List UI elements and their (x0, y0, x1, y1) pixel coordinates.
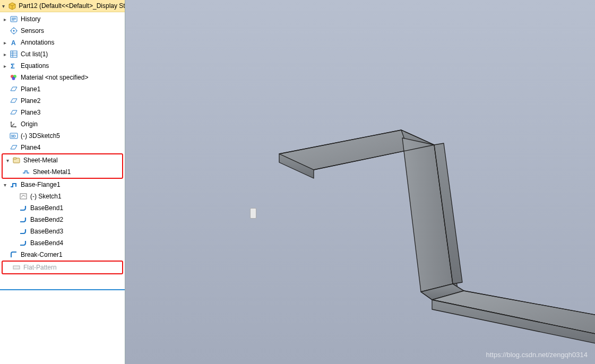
svg-rect-13 (20, 194, 27, 199)
bend-icon (19, 204, 28, 212)
rollback-bar[interactable] (0, 289, 125, 290)
equations-icon: Σ (10, 62, 18, 70)
cutlist-icon (10, 50, 18, 58)
sensors-icon (10, 27, 18, 35)
tree-item-origin[interactable]: Origin (0, 118, 125, 130)
tree-item-breakcorner[interactable]: Break-Corner1 (0, 249, 125, 261)
origin-icon (10, 120, 18, 128)
tree-item-bend1[interactable]: BaseBend1 (0, 202, 125, 214)
tree-item-plane2[interactable]: Plane2 (0, 95, 125, 107)
part-icon (8, 2, 16, 10)
highlight-sheetmetal: ▾ Sheet-Metal Sheet-Metal1 (2, 153, 123, 179)
sheetmetal-part-model (263, 80, 595, 356)
caret-down-icon[interactable]: ▾ (1, 3, 6, 8)
feature-tree-panel: ▾ Part12 (Default<<Default>_Display Stat… (0, 0, 125, 364)
tree-item-flatpattern[interactable]: Flat-Pattern (3, 262, 122, 273)
svg-text:3D: 3D (11, 134, 16, 138)
tree-item-plane1[interactable]: Plane1 (0, 83, 125, 95)
caret-down-icon[interactable]: ▾ (5, 158, 10, 163)
caret-right-icon[interactable]: ▸ (2, 16, 7, 22)
plane-icon (10, 85, 18, 93)
caret-right-icon[interactable]: ▸ (2, 51, 7, 57)
breakcorner-icon (10, 250, 18, 259)
tree-item-baseflange[interactable]: ▾ Base-Flange1 (0, 179, 125, 190)
svg-rect-14 (13, 266, 20, 269)
sheetmetal-icon (22, 168, 30, 176)
svg-text:A: A (11, 39, 16, 47)
tree-root[interactable]: ▾ Part12 (Default<<Default>_Display Stat… (0, 0, 125, 12)
svg-rect-4 (11, 51, 17, 57)
plane-icon (10, 97, 18, 105)
annotations-icon: A (10, 38, 18, 47)
svg-point-8 (12, 77, 15, 80)
baseflange-icon (10, 180, 18, 189)
tree-item-plane3[interactable]: Plane3 (0, 107, 125, 118)
history-icon (10, 15, 18, 23)
tree-item-history[interactable]: ▸ History (0, 13, 125, 25)
sketch-icon (19, 192, 28, 201)
splitter-handle[interactable] (250, 208, 256, 219)
highlight-flatpattern: Flat-Pattern (2, 261, 123, 274)
3dsketch-icon: 3D (10, 132, 18, 140)
flatpattern-icon (12, 263, 21, 272)
bend-icon (19, 215, 28, 224)
tree-item-3dsketch[interactable]: 3D (-) 3DSketch5 (0, 130, 125, 142)
tree-item-sheetmetal[interactable]: ▾ Sheet-Metal (3, 154, 122, 166)
material-icon (10, 73, 18, 82)
bend-icon (19, 239, 28, 247)
plane-icon (10, 143, 18, 152)
tree-item-material[interactable]: Material <not specified> (0, 72, 125, 83)
plane-icon (10, 108, 18, 117)
tree-item-bend3[interactable]: BaseBend3 (0, 226, 125, 237)
svg-text:Σ: Σ (11, 62, 15, 70)
tree-item-equations[interactable]: ▸ Σ Equations (0, 60, 125, 72)
root-label: Part12 (Default<<Default>_Display State (19, 2, 125, 10)
tree-item-plane4[interactable]: Plane4 (0, 142, 125, 153)
tree-item-bend2[interactable]: BaseBend2 (0, 214, 125, 226)
bend-icon (19, 227, 28, 236)
watermark: https://blog.csdn.net/zengqh0314 (486, 351, 588, 359)
tree-item-sketch1[interactable]: (-) Sketch1 (0, 190, 125, 202)
tree-item-sheetmetal1[interactable]: Sheet-Metal1 (3, 166, 122, 178)
tree-item-cutlist[interactable]: ▸ Cut list(1) (0, 48, 125, 60)
feature-tree[interactable]: ▸ History Sensors ▸ A Annotations ▸ Cut … (0, 12, 125, 364)
tree-item-annotations[interactable]: ▸ A Annotations (0, 37, 125, 48)
caret-right-icon[interactable]: ▸ (2, 63, 7, 68)
tree-item-sensors[interactable]: Sensors (0, 25, 125, 37)
caret-right-icon[interactable]: ▸ (2, 40, 7, 45)
svg-rect-12 (13, 158, 16, 159)
svg-point-2 (13, 30, 15, 32)
sheetmetal-folder-icon (12, 156, 21, 164)
tree-item-bend4[interactable]: BaseBend4 (0, 237, 125, 249)
caret-down-icon[interactable]: ▾ (2, 182, 7, 187)
graphics-viewport[interactable]: https://blog.csdn.net/zengqh0314 (125, 0, 595, 364)
